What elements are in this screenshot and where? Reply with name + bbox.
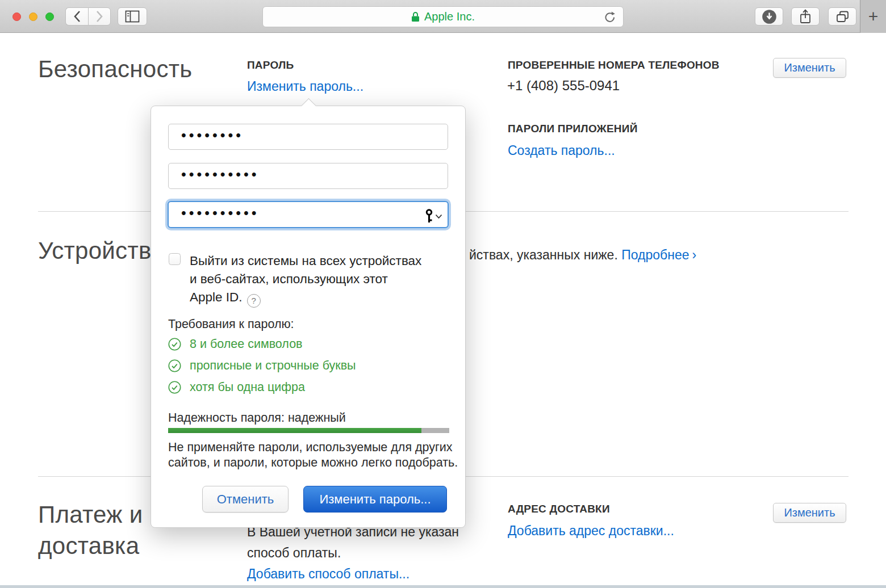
devices-text: йствах, указанных ниже. Подробнее› <box>469 247 696 263</box>
devices-more-link[interactable]: Подробнее <box>621 247 689 262</box>
download-icon <box>762 9 777 24</box>
refresh-button[interactable] <box>603 11 616 26</box>
create-password-link[interactable]: Создать пароль... <box>508 143 615 158</box>
devices-text-fragment: йствах, указанных ниже. <box>469 247 621 262</box>
check-circle-icon <box>168 338 181 351</box>
signout-label: Выйти из системы на всех устройствах и в… <box>190 252 452 308</box>
downloads-button[interactable] <box>755 7 783 26</box>
verified-phones-label: ПРОВЕРЕННЫЕ НОМЕРА ТЕЛЕФОНОВ <box>508 59 720 72</box>
password-autofill-button[interactable] <box>425 209 442 224</box>
chevron-down-icon <box>435 214 442 219</box>
edit-phones-button[interactable]: Изменить <box>773 58 846 78</box>
address-bar[interactable]: Apple Inc. <box>262 6 624 27</box>
back-chevron-icon <box>73 10 81 23</box>
requirement-row: 8 и более символов <box>168 337 303 351</box>
new-password-input[interactable] <box>168 163 448 189</box>
check-circle-icon <box>168 381 181 394</box>
new-tab-button[interactable]: + <box>860 0 886 33</box>
sidebar-icon <box>124 10 140 23</box>
password-label: ПАРОЛЬ <box>247 59 294 72</box>
current-password-input[interactable] <box>168 124 448 150</box>
app-passwords-label: ПАРОЛИ ПРИЛОЖЕНИЙ <box>508 123 638 135</box>
browser-window: Apple Inc. + Безопасность ПАРОЛЬ Изменит… <box>0 0 886 588</box>
phone-number: +1 (408) 555-0941 <box>507 78 620 94</box>
help-icon[interactable]: ? <box>247 294 261 308</box>
popover-arrow <box>301 98 316 114</box>
add-address-link[interactable]: Добавить адрес доставки... <box>508 523 674 539</box>
edit-address-button[interactable]: Изменить <box>773 503 846 523</box>
tabs-icon <box>835 10 850 24</box>
submit-change-password-button[interactable]: Изменить пароль... <box>303 486 447 513</box>
key-icon <box>425 209 433 224</box>
change-password-link[interactable]: Изменить пароль... <box>247 79 363 94</box>
password-strength-bar <box>168 428 449 433</box>
share-icon <box>799 9 812 25</box>
password-warning-line2: сайтов, и пароли, которые можно легко по… <box>168 456 458 470</box>
password-requirements-title: Требования к паролю: <box>168 317 294 331</box>
confirm-password-input[interactable] <box>168 201 449 228</box>
share-button[interactable] <box>791 7 820 26</box>
page-bottom-edge <box>0 585 886 588</box>
change-password-popover: Выйти из системы на всех устройствах и в… <box>151 106 466 528</box>
back-button[interactable] <box>65 7 88 26</box>
password-warning-line1: Не применяйте пароли, используемые для д… <box>168 440 453 455</box>
address-text: Apple Inc. <box>424 10 475 23</box>
password-strength-label: Надежность пароля: надежный <box>168 411 346 425</box>
devices-section-heading: Устройства <box>38 237 165 264</box>
requirement-text: хотя бы одна цифра <box>190 380 305 394</box>
shipping-address-label: АДРЕС ДОСТАВКИ <box>508 503 610 515</box>
requirement-row: прописные и строчные буквы <box>168 359 356 373</box>
signout-checkbox[interactable] <box>169 253 181 265</box>
requirement-text: прописные и строчные буквы <box>190 359 356 373</box>
payment-heading-line2: доставка <box>38 532 139 560</box>
signout-label-line3: Apple ID.? <box>190 288 452 308</box>
minimize-window-button[interactable] <box>29 12 37 21</box>
security-section-heading: Безопасность <box>38 56 193 83</box>
chevron-right-icon: › <box>692 247 696 262</box>
requirement-text: 8 и более символов <box>190 337 303 351</box>
close-window-button[interactable] <box>12 12 21 21</box>
forward-chevron-icon <box>95 10 103 23</box>
signout-label-line2: и веб-сайтах, использующих этот <box>190 270 452 288</box>
browser-toolbar: Apple Inc. + <box>0 0 886 33</box>
requirement-row: хотя бы одна цифра <box>168 380 305 394</box>
check-circle-icon <box>168 359 181 372</box>
cancel-button[interactable]: Отменить <box>202 486 289 513</box>
zoom-window-button[interactable] <box>45 12 54 21</box>
refresh-icon <box>603 11 616 24</box>
payment-heading-line1: Платеж и <box>38 501 143 528</box>
sidebar-toggle-button[interactable] <box>118 7 147 26</box>
no-payment-text-line2: способ оплаты. <box>247 545 341 561</box>
add-payment-link[interactable]: Добавить способ оплаты... <box>247 566 409 582</box>
signout-label-line1: Выйти из системы на всех устройствах <box>190 252 452 270</box>
password-strength-fill <box>168 428 421 433</box>
plus-icon: + <box>868 7 879 26</box>
show-all-tabs-button[interactable] <box>828 7 856 26</box>
lock-icon <box>411 11 420 22</box>
forward-button[interactable] <box>88 7 111 26</box>
